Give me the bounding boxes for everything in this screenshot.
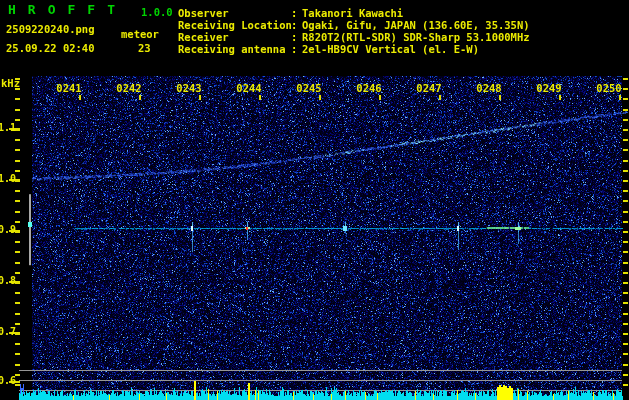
time-tick-label: 0246: [354, 82, 384, 94]
meteor-count: 23: [138, 42, 151, 54]
freq-tick-label: 1.0: [0, 173, 16, 184]
info-label: Receiving antenna: [178, 43, 285, 55]
time-tick-label: 0247: [414, 82, 444, 94]
info-label: Receiving Location: [178, 19, 292, 31]
info-value: R820T2(RTL-SDR) SDR-Sharp 53.1000MHz: [302, 31, 530, 43]
hrofft-output: HROFFT 1.0.0 2509220240.png meteor 25.09…: [0, 0, 629, 400]
freq-tick-label: 0.9: [0, 224, 16, 235]
time-tick-label: 0250: [594, 82, 624, 94]
info-value: Ogaki, Gifu, JAPAN (136.60E, 35.35N): [302, 19, 530, 31]
info-separator: :: [291, 7, 297, 19]
info-value: Takanori Kawachi: [302, 7, 403, 19]
freq-tick-label: 0.6: [0, 375, 16, 386]
freq-unit-label: kHz: [1, 77, 20, 89]
time-tick-label: 0248: [474, 82, 504, 94]
spectrogram-canvas: [0, 0, 629, 400]
strip-datetime: 25.09.22 02:40: [6, 42, 95, 54]
mode-label: meteor: [121, 28, 159, 40]
time-tick-label: 0243: [174, 82, 204, 94]
info-label: Receiver: [178, 31, 229, 43]
time-tick-label: 0249: [534, 82, 564, 94]
info-separator: :: [291, 19, 297, 31]
info-separator: :: [291, 31, 297, 43]
info-value: 2el-HB9CV Vertical (el. E-W): [302, 43, 479, 55]
time-tick-label: 0242: [114, 82, 144, 94]
time-tick-label: 0245: [294, 82, 324, 94]
app-version: 1.0.0: [141, 6, 173, 18]
freq-tick-label: 1.1: [0, 122, 16, 133]
freq-tick-label: 0.7: [0, 326, 16, 337]
info-label: Observer: [178, 7, 229, 19]
output-filename: 2509220240.png: [6, 23, 95, 35]
time-tick-label: 0244: [234, 82, 264, 94]
freq-tick-label: 0.8: [0, 275, 16, 286]
time-tick-label: 0241: [54, 82, 84, 94]
info-separator: :: [291, 43, 297, 55]
app-title: HROFFT: [8, 4, 127, 16]
